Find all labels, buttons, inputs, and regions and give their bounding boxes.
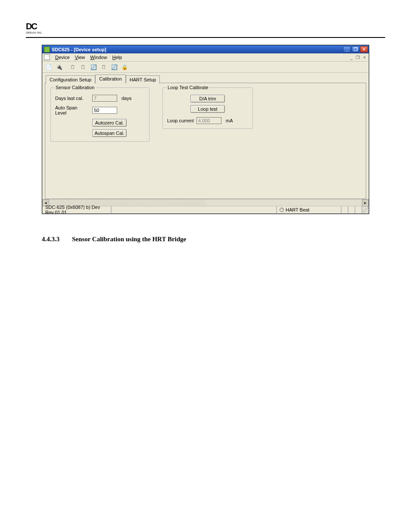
resize-grip-icon[interactable]: [362, 206, 369, 214]
hart-beat-label: HART Beat: [286, 207, 309, 212]
autozero-cal-button[interactable]: Autozero Cal.: [92, 119, 127, 127]
device-connect-icon[interactable]: 🔌: [54, 62, 64, 72]
auto-span-level-input[interactable]: [92, 107, 117, 114]
toolbar-icon-3[interactable]: 🗒: [68, 62, 78, 72]
toolbar-icon-6[interactable]: 🗒: [99, 62, 109, 72]
statusbar-pane-2: [348, 206, 355, 214]
loop-current-input: [196, 117, 221, 124]
new-document-icon[interactable]: 📄: [44, 62, 53, 72]
menu-window[interactable]: Window: [87, 54, 109, 61]
statusbar-device-info: SDC-625 (0x6087) b) Dev Rev 01.01: [42, 206, 111, 214]
loop-current-unit: mA: [226, 118, 233, 123]
menu-help[interactable]: Help: [109, 54, 125, 61]
group-sensor-calibration: Sensor Calibration Days last cal. days A…: [50, 87, 149, 142]
clock-icon: [280, 208, 284, 212]
days-last-cal-label: Days last cal.: [55, 96, 90, 101]
section-number: 4.4.3.3: [42, 236, 72, 243]
mdi-restore[interactable]: ❐: [355, 55, 361, 60]
titlebar: SDC625 - [Device setup] _ ❐ ×: [42, 45, 369, 53]
tab-configuration-setup[interactable]: Configuration Setup: [46, 75, 95, 84]
menu-device[interactable]: Device: [53, 54, 72, 61]
da-trim-button[interactable]: D/A trim: [190, 95, 225, 103]
mdi-close[interactable]: ×: [362, 55, 367, 60]
app-icon: [44, 47, 50, 53]
loop-current-label: Loop current: [167, 118, 194, 123]
autospan-cal-button[interactable]: Autospan Cal.: [92, 129, 127, 137]
tab-panel-calibration: Sensor Calibration Days last cal. days A…: [45, 83, 366, 199]
logo-glyph: DC: [26, 22, 37, 31]
statusbar-hart-beat: HART Beat: [277, 206, 341, 214]
toolbar-icon-8[interactable]: 🔒: [120, 62, 129, 72]
scroll-track-right[interactable]: [206, 199, 362, 206]
loop-test-button[interactable]: Loop test: [190, 105, 225, 113]
mdi-minimize[interactable]: _: [349, 55, 354, 60]
page-top-rule: [26, 37, 385, 38]
maximize-button[interactable]: ❐: [352, 46, 359, 53]
client-area: Configuration Setup Calibration HART Set…: [42, 73, 369, 199]
toolbar-icon-5[interactable]: 🔄: [89, 62, 98, 72]
tab-calibration[interactable]: Calibration: [95, 75, 126, 83]
statusbar: SDC-625 (0x6087) b) Dev Rev 01.01 HART B…: [42, 206, 369, 214]
toolbar: 📄 🔌 🗒 🗒 🔄 🗒 🔄 🔒: [42, 62, 369, 73]
tab-strip: Configuration Setup Calibration HART Set…: [45, 75, 366, 83]
section-heading: 4.4.3.3 Sensor Calibration using the HRT…: [42, 236, 369, 243]
window-title: SDC625 - [Device setup]: [52, 47, 106, 52]
menubar: Device View Window Help _ ❐ ×: [42, 53, 369, 62]
group-loop-test-calibrate: Loop Test Calibrate D/A trim Loop test L…: [162, 87, 253, 129]
auto-span-level-label: Auto Span Level: [55, 105, 90, 115]
group-sensor-legend: Sensor Calibration: [54, 85, 96, 90]
scroll-right-arrow-icon[interactable]: ►: [362, 199, 369, 206]
days-unit-label: days: [121, 96, 131, 101]
brand-logo: DC detcon inc.: [26, 22, 43, 34]
logo-subtext: detcon inc.: [26, 31, 43, 34]
mdi-controls: _ ❐ ×: [349, 55, 367, 60]
statusbar-spacer: [111, 206, 277, 214]
statusbar-pane-1: [341, 206, 348, 214]
days-last-cal-input: [92, 95, 117, 102]
statusbar-pane-3: [355, 206, 362, 214]
group-loop-legend: Loop Test Calibrate: [166, 85, 210, 90]
toolbar-icon-4[interactable]: 🗒: [78, 62, 88, 72]
toolbar-icon-7[interactable]: 🔄: [109, 62, 119, 72]
app-window: SDC625 - [Device setup] _ ❐ × Device Vie…: [42, 45, 369, 214]
section-title: Sensor Calibration using the HRT Bridge: [72, 236, 186, 243]
menu-view[interactable]: View: [72, 54, 88, 61]
close-button[interactable]: ×: [360, 46, 368, 53]
document-icon: [44, 54, 50, 60]
minimize-button[interactable]: _: [343, 46, 351, 53]
tab-hart-setup[interactable]: HART Setup: [126, 75, 160, 84]
